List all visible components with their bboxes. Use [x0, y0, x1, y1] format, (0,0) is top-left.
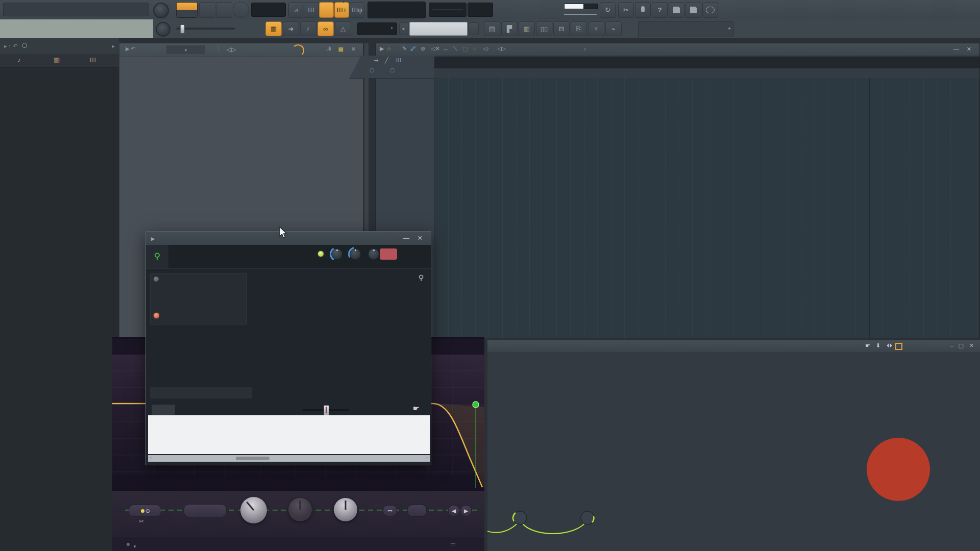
slip-tool-icon[interactable]: ↔ [443, 45, 449, 52]
pedal-icon[interactable]: ɾ [300, 21, 316, 36]
dialog-close-icon[interactable]: ✕ [418, 232, 423, 245]
mx-minimize-icon[interactable]: – [950, 342, 953, 348]
pianoroll-toggle-icon[interactable]: ▛ [501, 21, 518, 36]
pitch-slider[interactable] [176, 28, 235, 30]
freq-knob[interactable] [240, 497, 267, 523]
reset-button[interactable] [151, 404, 176, 415]
pattern-song-toggle[interactable] [176, 2, 198, 18]
browser-search-icon[interactable] [22, 43, 27, 48]
delete-tool-icon[interactable]: ⊘ [421, 45, 425, 52]
slice-tool-icon[interactable]: ⟍ [453, 45, 457, 52]
help-icon[interactable]: ? [652, 2, 668, 18]
select-tool-icon[interactable]: ⬚ [462, 45, 468, 52]
max-knob[interactable] [348, 247, 362, 261]
rack-graph-icon[interactable]: .ılı [326, 46, 331, 52]
rack-swing-knob[interactable] [292, 44, 304, 57]
mx-dock-icon[interactable]: ⬇ [876, 342, 880, 349]
clock-display[interactable] [368, 2, 426, 18]
stop-button[interactable] [216, 2, 232, 18]
wait-icon[interactable]: Ш [304, 2, 318, 18]
gain-knob[interactable] [288, 498, 312, 521]
range-badge[interactable] [380, 248, 397, 260]
on-led[interactable] [318, 251, 324, 257]
tab-channels-icon[interactable]: Ш [90, 56, 96, 64]
tempo-display[interactable] [251, 3, 286, 17]
paint-tool-icon[interactable]: 🖉 [410, 45, 416, 52]
undo-icon[interactable]: ↻ [600, 2, 616, 18]
wrench-icon[interactable]: ⚲ [146, 245, 168, 268]
add-plugin-button[interactable] [469, 22, 479, 35]
playlist-ruler[interactable] [434, 68, 979, 79]
dialog-minimize-icon[interactable]: — [403, 232, 410, 245]
channelrack-toggle-icon[interactable]: ▥ [519, 21, 535, 36]
rack-grid-icon[interactable]: ▦ [338, 46, 344, 53]
filter-type-button[interactable] [184, 504, 227, 517]
browser-header[interactable]: ▸ ↑ ↶ ▸ [0, 38, 119, 54]
tab-sounds-icon[interactable]: ♪ [17, 56, 21, 64]
browser-toggle-icon[interactable]: ⊟ [553, 21, 570, 36]
mx-maximize-icon[interactable]: ▢ [959, 342, 964, 349]
piano-scrollbar[interactable]: ‹ › [148, 455, 430, 462]
fine-tune-slider[interactable] [302, 409, 349, 411]
time-display[interactable] [343, 2, 344, 3]
step-edit-icon[interactable]: ➜ [283, 21, 299, 36]
pl-speaker-icon[interactable]: ◁▷ [497, 45, 506, 52]
tools-icon[interactable]: ⌁ [605, 21, 622, 36]
channel-rack-header[interactable]: ▶ ↶ ▾ ⋮ ◁▷ .ılı ▦ ✕ [119, 43, 363, 57]
mixer-header[interactable]: ☛ ⬇ ⏴⏵ – ▢ ✕ [487, 340, 980, 352]
band-solo-button[interactable]: ▭ [383, 505, 397, 516]
main-volume-knob[interactable] [153, 3, 169, 18]
play-button[interactable] [199, 2, 215, 18]
row2-knob[interactable] [156, 22, 170, 37]
focus-arrow[interactable]: ▸ [399, 22, 408, 35]
band-delete-button[interactable] [407, 505, 427, 517]
link-icon[interactable]: ∞ [317, 21, 334, 36]
playback-tool-icon[interactable]: ◁· [483, 45, 489, 52]
song-mode[interactable] [177, 10, 197, 17]
record-button[interactable] [233, 2, 249, 18]
playlist-toggle-icon[interactable]: ▤ [484, 21, 500, 36]
dialog-wrench2-icon[interactable]: ⚲ [419, 273, 424, 282]
touch-icon[interactable]: ♆ [588, 21, 604, 36]
mx-close-icon[interactable]: ✕ [969, 342, 974, 349]
mute-tool-icon[interactable]: ◁✕ [431, 45, 440, 52]
news-panel[interactable]: ▸ [638, 21, 733, 37]
picker-wave-icon[interactable]: ⇝ [374, 57, 378, 64]
mx-wide-checkbox[interactable] [895, 343, 902, 350]
min-knob[interactable] [330, 247, 344, 261]
zoom-tool-icon[interactable]: ◌ [473, 45, 476, 52]
plugin-picker-icon[interactable]: ⎘ [571, 21, 587, 36]
playlist-overview[interactable] [434, 57, 979, 69]
channel-lr-group[interactable]: ⊙ [129, 505, 161, 517]
cut-icon[interactable]: ✂ [618, 2, 634, 18]
typing-bar-badge[interactable] [319, 2, 334, 18]
metronome-icon[interactable]: △ [335, 21, 351, 36]
draw-tool-icon[interactable]: ✎ [402, 45, 407, 52]
overdub-icon[interactable]: Ш+ [334, 2, 349, 18]
multiply-led[interactable] [154, 313, 159, 318]
picker-tab[interactable]: ⇝ ╱ Ш ◯ ◯ [349, 56, 435, 79]
loop-record-icon[interactable]: Шφ [350, 2, 364, 18]
rack-close-icon[interactable]: ✕ [351, 46, 356, 53]
mx-hand-icon[interactable]: ☛ [865, 342, 870, 349]
typing-keyboard-icon[interactable]: ▦ [265, 21, 282, 36]
picker-channel-icon[interactable]: Ш [396, 57, 401, 63]
band-prev-button[interactable]: ◀ [448, 505, 459, 516]
mic-icon[interactable] [635, 2, 651, 18]
time-knob[interactable] [366, 247, 381, 261]
browser-tabs[interactable]: ♪ ▦ Ш [0, 54, 119, 68]
playlist-header[interactable]: ▶ ∩ ✎ 🖉 ⊘ ◁✕ ↔ ⟍ ⬚ ◌ ◁· ◁▷ › — ✕ [376, 43, 979, 56]
mixer-toggle-icon[interactable]: ▯▯ [536, 21, 552, 36]
chat-icon[interactable] [702, 2, 718, 18]
lfo-led[interactable] [154, 277, 159, 282]
rack-filter-dropdown[interactable]: ▾ [166, 45, 205, 54]
q-knob[interactable] [334, 498, 357, 521]
snap-selector[interactable]: ▸ [357, 22, 397, 35]
pat-mode[interactable] [177, 3, 197, 10]
picker-slide-icon[interactable]: ╱ [385, 57, 388, 64]
tab-plugins-icon[interactable]: ▦ [54, 56, 60, 64]
mx-arrows-icon[interactable]: ⏴⏵ [887, 342, 892, 349]
playlist-tracks[interactable] [434, 78, 979, 338]
window-controls[interactable] [944, 0, 980, 15]
step-toggle[interactable]: ◯ [370, 68, 374, 72]
